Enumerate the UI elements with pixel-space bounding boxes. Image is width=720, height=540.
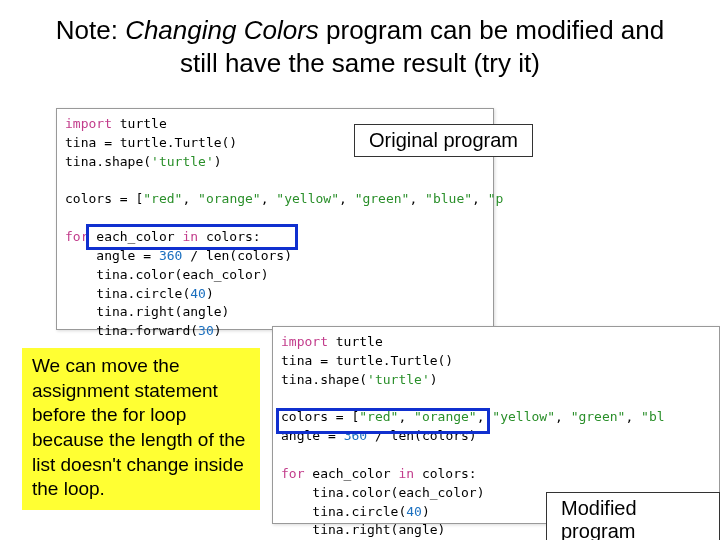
code-token: turtle [328,334,383,349]
code-token: 40 [190,286,206,301]
code-token: colors = [ [65,191,143,206]
code-token: ) [214,323,222,338]
code-token: tina.shape( [65,154,151,169]
code-token: , [261,191,277,206]
code-token: "orange" [198,191,261,206]
code-token: in [182,229,198,244]
slide-title: Note: Changing Colors program can be mod… [0,0,720,87]
code-token: each_color [88,229,182,244]
explanation-note: We can move the assignment statement bef… [22,348,260,510]
code-token: tina.circle( [65,286,190,301]
code-token: , [477,409,493,424]
label-modified-program: Modified program [546,492,720,540]
code-token: turtle [112,116,167,131]
code-token: 360 [344,428,367,443]
code-token: 360 [159,248,182,263]
code-token: each_color [304,466,398,481]
code-token: colors: [198,229,261,244]
code-token: "yellow" [276,191,339,206]
code-token: "yellow" [492,409,555,424]
code-token: , [398,409,414,424]
code-token: colors: [414,466,477,481]
code-token: "blue" [425,191,472,206]
title-italic: Changing Colors [125,15,319,45]
code-token: 'turtle' [367,372,430,387]
code-token: tina.color(each_color) [65,267,269,282]
code-token: colors = [ [281,409,359,424]
title-prefix: Note: [56,15,125,45]
code-token: "green" [571,409,626,424]
label-original-program: Original program [354,124,533,157]
code-token: "green" [355,191,410,206]
code-token: ) [422,504,430,519]
code-token: "orange" [414,409,477,424]
code-token: tina = turtle.Turtle() [65,135,237,150]
code-token: / len(colors) [182,248,292,263]
code-token: tina.forward( [65,323,198,338]
code-token: "red" [143,191,182,206]
code-token: tina.color(each_color) [281,485,485,500]
code-token: 'turtle' [151,154,214,169]
code-token: for [65,229,88,244]
code-token: / len(colors) [367,428,477,443]
code-token: 40 [406,504,422,519]
code-token: ) [214,154,222,169]
code-token: "p [488,191,504,206]
code-token: in [398,466,414,481]
code-token: , [555,409,571,424]
code-token: ) [206,286,214,301]
code-token: ) [430,372,438,387]
code-token: tina.right(angle) [281,522,445,537]
code-token: for [281,466,304,481]
code-token: tina = turtle.Turtle() [281,353,453,368]
code-token: , [409,191,425,206]
code-token: , [339,191,355,206]
code-token: angle = [281,428,344,443]
code-token: "bl [641,409,664,424]
code-token: 30 [198,323,214,338]
code-token: tina.circle( [281,504,406,519]
code-token: import [65,116,112,131]
code-token: import [281,334,328,349]
code-token: , [182,191,198,206]
code-token: "red" [359,409,398,424]
code-token: tina.right(angle) [65,304,229,319]
code-token: angle = [65,248,159,263]
code-token: , [625,409,641,424]
code-token: , [472,191,488,206]
code-token: tina.shape( [281,372,367,387]
